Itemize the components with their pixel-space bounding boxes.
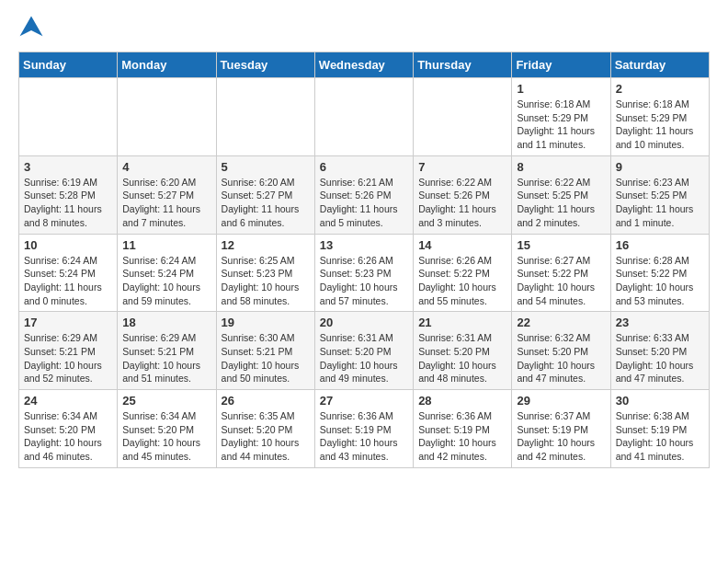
day-info: Sunrise: 6:29 AM Sunset: 5:21 PM Dayligh… (24, 331, 112, 385)
day-info: Sunrise: 6:20 AM Sunset: 5:27 PM Dayligh… (122, 176, 210, 230)
day-number: 11 (122, 238, 210, 252)
day-number: 21 (418, 316, 506, 329)
day-info: Sunrise: 6:36 AM Sunset: 5:19 PM Dayligh… (320, 409, 408, 464)
day-info: Sunrise: 6:34 AM Sunset: 5:20 PM Dayligh… (122, 409, 210, 464)
calendar-week-2: 3Sunrise: 6:19 AM Sunset: 5:28 PM Daylig… (19, 155, 710, 234)
calendar-day: 15Sunrise: 6:27 AM Sunset: 5:22 PM Dayli… (512, 234, 610, 312)
day-info: Sunrise: 6:19 AM Sunset: 5:28 PM Dayligh… (24, 176, 112, 230)
calendar-day: 30Sunrise: 6:38 AM Sunset: 5:19 PM Dayli… (610, 390, 709, 468)
calendar-week-4: 17Sunrise: 6:29 AM Sunset: 5:21 PM Dayli… (19, 312, 710, 390)
calendar-week-5: 24Sunrise: 6:34 AM Sunset: 5:20 PM Dayli… (19, 390, 710, 468)
day-number: 19 (222, 316, 310, 329)
day-number: 8 (517, 160, 605, 174)
calendar-body: 1Sunrise: 6:18 AM Sunset: 5:29 PM Daylig… (19, 78, 710, 468)
calendar-day: 9Sunrise: 6:23 AM Sunset: 5:25 PM Daylig… (610, 155, 709, 234)
day-info: Sunrise: 6:23 AM Sunset: 5:25 PM Dayligh… (616, 176, 704, 230)
day-info: Sunrise: 6:35 AM Sunset: 5:20 PM Dayligh… (222, 409, 310, 464)
calendar-day: 2Sunrise: 6:18 AM Sunset: 5:29 PM Daylig… (610, 78, 709, 156)
day-info: Sunrise: 6:31 AM Sunset: 5:20 PM Dayligh… (418, 331, 506, 385)
weekday-header-tuesday: Tuesday (216, 52, 314, 78)
day-number: 16 (616, 238, 704, 252)
day-info: Sunrise: 6:26 AM Sunset: 5:23 PM Dayligh… (320, 254, 408, 308)
calendar-day: 25Sunrise: 6:34 AM Sunset: 5:20 PM Dayli… (118, 390, 216, 468)
logo (18, 15, 48, 40)
day-number: 13 (320, 238, 408, 252)
day-number: 22 (517, 316, 605, 329)
day-info: Sunrise: 6:21 AM Sunset: 5:26 PM Dayligh… (320, 176, 408, 230)
weekday-header-saturday: Saturday (610, 52, 709, 78)
calendar-week-3: 10Sunrise: 6:24 AM Sunset: 5:24 PM Dayli… (19, 234, 710, 312)
day-info: Sunrise: 6:37 AM Sunset: 5:19 PM Dayligh… (517, 409, 605, 464)
calendar-day: 26Sunrise: 6:35 AM Sunset: 5:20 PM Dayli… (216, 390, 314, 468)
day-number: 28 (418, 394, 506, 408)
day-number: 23 (616, 316, 704, 329)
calendar-day: 5Sunrise: 6:20 AM Sunset: 5:27 PM Daylig… (216, 155, 314, 234)
page: SundayMondayTuesdayWednesdayThursdayFrid… (0, 0, 728, 483)
day-number: 29 (517, 394, 605, 408)
calendar-day: 29Sunrise: 6:37 AM Sunset: 5:19 PM Dayli… (512, 390, 610, 468)
day-number: 20 (320, 316, 408, 329)
calendar-day: 28Sunrise: 6:36 AM Sunset: 5:19 PM Dayli… (414, 390, 512, 468)
day-number: 15 (517, 238, 605, 252)
day-number: 25 (122, 394, 210, 408)
calendar-day: 4Sunrise: 6:20 AM Sunset: 5:27 PM Daylig… (118, 155, 216, 234)
calendar-day: 1Sunrise: 6:18 AM Sunset: 5:29 PM Daylig… (512, 78, 610, 156)
weekday-header-monday: Monday (118, 52, 216, 78)
calendar-day: 27Sunrise: 6:36 AM Sunset: 5:19 PM Dayli… (314, 390, 413, 468)
day-number: 1 (517, 82, 605, 96)
day-info: Sunrise: 6:20 AM Sunset: 5:27 PM Dayligh… (222, 176, 310, 230)
day-info: Sunrise: 6:24 AM Sunset: 5:24 PM Dayligh… (24, 254, 112, 308)
day-info: Sunrise: 6:27 AM Sunset: 5:22 PM Dayligh… (517, 254, 605, 308)
calendar-day: 14Sunrise: 6:26 AM Sunset: 5:22 PM Dayli… (414, 234, 512, 312)
calendar-day: 20Sunrise: 6:31 AM Sunset: 5:20 PM Dayli… (314, 312, 413, 390)
day-number: 12 (222, 238, 310, 252)
day-info: Sunrise: 6:31 AM Sunset: 5:20 PM Dayligh… (320, 331, 408, 385)
calendar-day: 22Sunrise: 6:32 AM Sunset: 5:20 PM Dayli… (512, 312, 610, 390)
weekday-header-wednesday: Wednesday (314, 52, 413, 78)
header (18, 15, 710, 40)
calendar-week-1: 1Sunrise: 6:18 AM Sunset: 5:29 PM Daylig… (19, 78, 710, 156)
day-number: 24 (24, 394, 112, 408)
calendar-day (314, 78, 413, 156)
day-number: 27 (320, 394, 408, 408)
day-info: Sunrise: 6:30 AM Sunset: 5:21 PM Dayligh… (222, 331, 310, 385)
calendar-day: 11Sunrise: 6:24 AM Sunset: 5:24 PM Dayli… (118, 234, 216, 312)
day-number: 18 (122, 316, 210, 329)
day-number: 5 (222, 160, 310, 174)
day-info: Sunrise: 6:38 AM Sunset: 5:19 PM Dayligh… (616, 409, 704, 464)
day-number: 10 (24, 238, 112, 252)
calendar-table: SundayMondayTuesdayWednesdayThursdayFrid… (18, 52, 710, 468)
logo-icon (18, 15, 44, 40)
calendar-day: 19Sunrise: 6:30 AM Sunset: 5:21 PM Dayli… (216, 312, 314, 390)
calendar-day (19, 78, 118, 156)
calendar-day: 8Sunrise: 6:22 AM Sunset: 5:25 PM Daylig… (512, 155, 610, 234)
calendar-day: 23Sunrise: 6:33 AM Sunset: 5:20 PM Dayli… (610, 312, 709, 390)
day-info: Sunrise: 6:36 AM Sunset: 5:19 PM Dayligh… (418, 409, 506, 464)
weekday-header-friday: Friday (512, 52, 610, 78)
day-number: 3 (24, 160, 112, 174)
weekday-header-thursday: Thursday (414, 52, 512, 78)
calendar-day (414, 78, 512, 156)
calendar-day: 13Sunrise: 6:26 AM Sunset: 5:23 PM Dayli… (314, 234, 413, 312)
calendar-day: 6Sunrise: 6:21 AM Sunset: 5:26 PM Daylig… (314, 155, 413, 234)
day-info: Sunrise: 6:29 AM Sunset: 5:21 PM Dayligh… (122, 331, 210, 385)
calendar-day: 18Sunrise: 6:29 AM Sunset: 5:21 PM Dayli… (118, 312, 216, 390)
calendar-day: 21Sunrise: 6:31 AM Sunset: 5:20 PM Dayli… (414, 312, 512, 390)
calendar-header: SundayMondayTuesdayWednesdayThursdayFrid… (19, 52, 710, 78)
calendar-day: 3Sunrise: 6:19 AM Sunset: 5:28 PM Daylig… (19, 155, 118, 234)
day-info: Sunrise: 6:32 AM Sunset: 5:20 PM Dayligh… (517, 331, 605, 385)
calendar-day (216, 78, 314, 156)
day-info: Sunrise: 6:18 AM Sunset: 5:29 PM Dayligh… (517, 98, 605, 152)
day-info: Sunrise: 6:22 AM Sunset: 5:25 PM Dayligh… (517, 176, 605, 230)
day-number: 26 (222, 394, 310, 408)
day-number: 6 (320, 160, 408, 174)
calendar-day: 12Sunrise: 6:25 AM Sunset: 5:23 PM Dayli… (216, 234, 314, 312)
calendar-day: 16Sunrise: 6:28 AM Sunset: 5:22 PM Dayli… (610, 234, 709, 312)
day-number: 2 (616, 82, 704, 96)
day-number: 14 (418, 238, 506, 252)
day-number: 7 (418, 160, 506, 174)
day-info: Sunrise: 6:22 AM Sunset: 5:26 PM Dayligh… (418, 176, 506, 230)
day-info: Sunrise: 6:18 AM Sunset: 5:29 PM Dayligh… (616, 98, 704, 152)
day-number: 30 (616, 394, 704, 408)
calendar-day: 17Sunrise: 6:29 AM Sunset: 5:21 PM Dayli… (19, 312, 118, 390)
